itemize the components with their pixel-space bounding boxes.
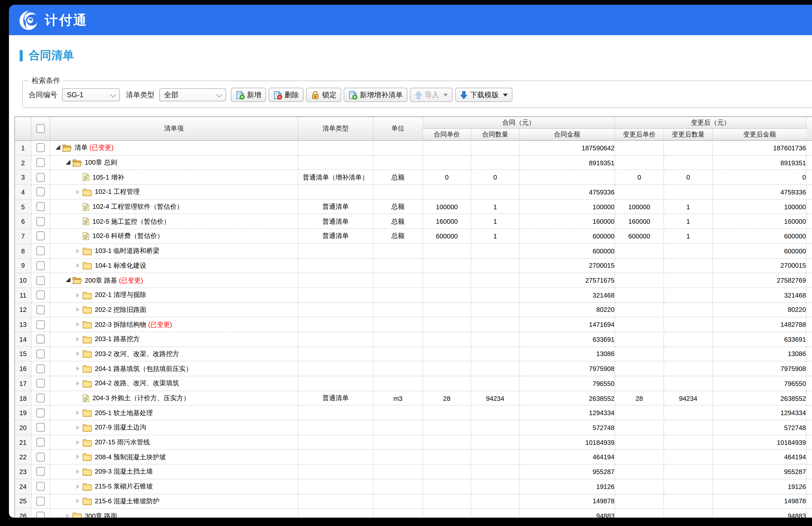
row-checkbox[interactable]	[37, 217, 45, 226]
row-checkbox[interactable]	[37, 379, 45, 388]
row-checkbox[interactable]	[37, 158, 45, 167]
contract-amount-value: 464194	[593, 453, 614, 461]
item-name[interactable]: 209-3 混凝土挡土墙	[95, 467, 153, 476]
item-name[interactable]: 203-1 路基挖方	[95, 335, 140, 344]
item-name[interactable]: 203-2 改河、改渠、改路挖方	[95, 350, 179, 359]
item-name[interactable]: 215-5 浆砌片石锥坡	[95, 482, 153, 491]
row-checkbox[interactable]	[37, 246, 45, 255]
item-name[interactable]: 208-4 预制混凝土块护坡	[95, 452, 166, 462]
expand-node-icon[interactable]	[74, 262, 81, 269]
expand-node-icon[interactable]	[74, 453, 81, 461]
expand-node-icon[interactable]	[74, 439, 81, 446]
row-checkbox[interactable]	[37, 143, 45, 152]
row-checkbox[interactable]	[37, 202, 45, 211]
row-checkbox-cell	[31, 303, 50, 317]
row-checkbox[interactable]	[37, 482, 45, 491]
select-all-checkbox[interactable]	[37, 124, 45, 133]
collapse-node-icon[interactable]	[64, 159, 71, 166]
expand-node-icon[interactable]	[74, 424, 81, 431]
folder-closed-icon	[72, 512, 82, 518]
list-type-value: 普通清单	[322, 394, 349, 401]
expand-node-icon[interactable]	[74, 306, 81, 313]
expand-node-icon[interactable]	[74, 247, 81, 254]
contract-price-cell	[423, 317, 471, 332]
table-row: 9104-1 标准化建设27000152700015未固化	[15, 258, 812, 273]
item-name[interactable]: 104-1 标准化建设	[95, 261, 146, 270]
row-checkbox[interactable]	[37, 511, 45, 517]
expand-node-icon[interactable]	[74, 483, 81, 490]
row-checkbox[interactable]	[37, 497, 45, 506]
row-checkbox[interactable]	[37, 335, 45, 344]
item-name[interactable]: 204-1 路基填筑（包括填前压实）	[95, 364, 192, 373]
row-checkbox[interactable]	[37, 173, 45, 182]
item-name[interactable]: 102-4 工程管理软件（暂估价）	[92, 202, 183, 211]
row-checkbox[interactable]	[37, 291, 45, 299]
row-checkbox[interactable]	[37, 276, 45, 285]
expand-node-icon[interactable]	[74, 321, 81, 328]
download-template-button[interactable]: 下载模版	[455, 88, 512, 102]
contract-price-cell	[423, 435, 471, 450]
tree-spacer	[74, 203, 81, 210]
item-name[interactable]: 200章 路基	[85, 276, 117, 285]
add-button[interactable]: 新增	[231, 88, 266, 102]
row-number: 24	[19, 483, 27, 490]
status-cell: 未固化	[806, 406, 812, 420]
add-supplement-button[interactable]: 新增增补清单	[344, 88, 407, 102]
row-checkbox[interactable]	[37, 261, 45, 270]
item-name[interactable]: 102-5 施工监控（暂估价）	[92, 217, 170, 226]
row-checkbox[interactable]	[37, 305, 45, 314]
lock-button[interactable]: 锁定	[306, 88, 341, 102]
row-checkbox[interactable]	[37, 320, 45, 329]
item-name[interactable]: 103-1 临时道路和桥梁	[95, 246, 159, 255]
expand-node-icon[interactable]	[74, 409, 81, 417]
row-checkbox[interactable]	[37, 350, 45, 359]
item-name[interactable]: 105-1 增补	[92, 173, 124, 182]
row-checkbox[interactable]	[37, 438, 45, 447]
item-name[interactable]: 207-15 雨污水管线	[95, 438, 150, 447]
row-checkbox[interactable]	[37, 408, 45, 417]
item-name[interactable]: 300章 路面	[85, 511, 117, 517]
row-checkbox[interactable]	[37, 467, 45, 476]
item-name[interactable]: 202-2 挖除旧路面	[95, 305, 146, 314]
expand-node-icon[interactable]	[74, 468, 81, 476]
status-cell: 未固化	[806, 258, 812, 273]
item-name[interactable]: 202-1 清理与掘除	[95, 291, 146, 299]
expand-node-icon[interactable]	[64, 512, 71, 518]
expand-node-icon[interactable]	[74, 350, 81, 357]
row-checkbox[interactable]	[37, 452, 45, 462]
row-checkbox[interactable]	[37, 232, 45, 240]
item-name[interactable]: 102-6 科研费（暂估价）	[92, 232, 163, 240]
item-name[interactable]: 202-3 拆除结构物	[95, 320, 146, 329]
expand-node-icon[interactable]	[74, 498, 81, 505]
unit-value: m3	[393, 394, 403, 401]
item-name[interactable]: 205-1 软土地基处理	[95, 408, 153, 417]
expand-node-icon[interactable]	[74, 365, 81, 372]
collapse-node-icon[interactable]	[64, 277, 71, 284]
contract-no-select[interactable]: SG-1	[62, 88, 120, 101]
item-name[interactable]: 207-9 混凝土边沟	[95, 423, 146, 432]
expand-node-icon[interactable]	[74, 188, 81, 195]
col-header-change-amount: 变更后金额	[713, 129, 806, 141]
collapse-node-icon[interactable]	[54, 144, 61, 151]
change-qty-cell	[664, 509, 713, 517]
table-row: 18204-3 外购土（计价方、压实方）普通清单m328942342638552…	[15, 391, 812, 406]
row-checkbox[interactable]	[37, 188, 45, 196]
item-name[interactable]: 204-3 外购土（计价方、压实方）	[92, 394, 190, 403]
list-type-cell	[298, 303, 373, 317]
delete-button[interactable]: 删除	[269, 88, 304, 102]
expand-node-icon[interactable]	[74, 291, 81, 298]
import-button[interactable]: 导入	[410, 88, 453, 102]
change-amount-value: 1294334	[781, 409, 806, 417]
item-name[interactable]: 清单	[74, 143, 88, 152]
row-checkbox[interactable]	[37, 364, 45, 373]
item-name[interactable]: 215-6 混凝土锥坡防护	[95, 497, 159, 506]
item-name[interactable]: 102-1 工程管理	[95, 188, 140, 196]
list-type-select[interactable]: 全部	[159, 88, 226, 101]
item-name[interactable]: 100章 总则	[85, 158, 117, 167]
item-name[interactable]: 204-2 改路、改河、改渠填筑	[95, 379, 179, 388]
row-number-cell: 13	[15, 317, 31, 332]
expand-node-icon[interactable]	[74, 336, 81, 343]
row-checkbox[interactable]	[37, 394, 45, 403]
row-checkbox[interactable]	[37, 423, 45, 432]
expand-node-icon[interactable]	[74, 380, 81, 387]
